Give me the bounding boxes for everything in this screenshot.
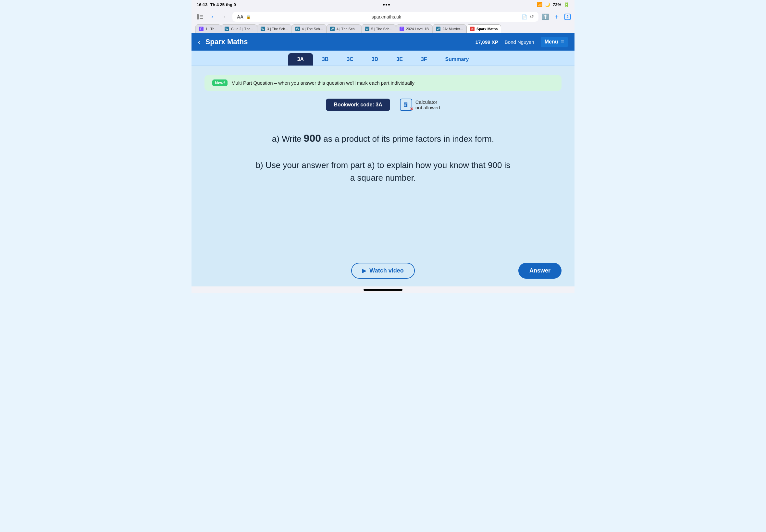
battery-level: 73%	[553, 2, 561, 7]
url-text[interactable]: sparxmaths.uk	[253, 14, 519, 19]
tab-favicon-sparx: ✕	[470, 27, 475, 31]
main-content: New! Multi Part Question – when you answ…	[191, 66, 575, 286]
user-name: Bond Nguyen	[505, 39, 534, 45]
browser-toolbar: ‹ › AA 🔒 sparxmaths.uk 📄 ↺ ⬆️ ＋ 2	[195, 12, 571, 24]
tab-label-8: 2A: Murder...	[443, 27, 463, 31]
tab-label-4: 4 | The Sch...	[302, 27, 323, 31]
status-bar: 16:13 Th 4 25 thg 9 📶 🌙 73% 🔋	[191, 0, 575, 9]
tab-label-7: 2024 Level 1B	[406, 27, 429, 31]
home-bar	[363, 289, 403, 291]
lock-icon: 🔒	[246, 15, 251, 19]
aa-text[interactable]: AA	[237, 14, 243, 19]
question-part-b: b) Use your answer from part a) to expla…	[253, 159, 513, 184]
tab-favicon-4: W	[295, 27, 300, 31]
tab-3d[interactable]: 3D	[362, 53, 387, 66]
calculator-x-icon: ✕	[410, 106, 414, 112]
svg-rect-3	[200, 18, 203, 19]
tab-3c[interactable]: 3C	[337, 53, 362, 66]
question-part-a: a) Write 900 as a product of its prime f…	[253, 130, 513, 146]
new-tab-icon[interactable]: ＋	[553, 12, 560, 21]
tab-3f-label: 3F	[421, 56, 427, 62]
multi-part-notice: New! Multi Part Question – when you answ…	[204, 75, 562, 91]
notice-text: Multi Part Question – when you answer th…	[231, 80, 415, 86]
tab-3a[interactable]: 3A	[288, 53, 313, 66]
calc-symbol: 🖩	[403, 102, 409, 108]
new-badge: New!	[212, 79, 227, 86]
menu-label: Menu	[545, 39, 558, 45]
address-bar[interactable]: AA 🔒 sparxmaths.uk 📄 ↺	[232, 12, 539, 22]
menu-button[interactable]: Menu ≡	[541, 37, 568, 47]
browser-back-button[interactable]: ‹	[208, 12, 217, 21]
play-icon: ▶	[362, 268, 366, 274]
tab-label-2: Clue 2 | The...	[231, 27, 253, 31]
browser-tab-1[interactable]: E 1 | Th...	[195, 24, 221, 33]
svg-rect-0	[197, 14, 199, 19]
toolbar-actions: ⬆️ ＋ 2	[542, 12, 571, 21]
reader-icon[interactable]: 📄	[522, 14, 527, 19]
calculator-line1: Calculator	[416, 99, 440, 105]
browser-tab-2[interactable]: W Clue 2 | The...	[221, 24, 257, 33]
home-indicator	[191, 286, 575, 293]
tab-label-5: 4 | The Sch...	[336, 27, 358, 31]
number-900-b: 900	[488, 160, 502, 170]
tab-label-3: 3 | The Sch...	[267, 27, 288, 31]
info-row: Bookwork code: 3A 🖩 ✕ Calculator not all…	[204, 99, 562, 111]
tab-3a-label: 3A	[297, 56, 304, 62]
share-icon[interactable]: ⬆️	[542, 13, 549, 20]
tab-label-1: 1 | Th...	[205, 27, 217, 31]
number-900-a: 900	[304, 132, 321, 144]
status-center-dots	[383, 4, 390, 6]
question-container: a) Write 900 as a product of its prime f…	[204, 130, 562, 184]
tabs-icon[interactable]: 2	[565, 14, 571, 20]
browser-tabs: E 1 | Th... W Clue 2 | The... W 3 | The …	[195, 24, 571, 33]
answer-button[interactable]: Answer	[518, 263, 562, 279]
tab-3c-label: 3C	[346, 56, 353, 62]
status-time: 16:13	[197, 2, 207, 7]
browser-tab-8[interactable]: W 2A: Murder...	[432, 24, 467, 33]
svg-rect-2	[200, 17, 203, 17]
tab-3e-label: 3E	[396, 56, 403, 62]
app-back-button[interactable]: ‹	[198, 38, 200, 46]
watch-video-label: Watch video	[369, 267, 404, 274]
calculator-line2: not allowed	[416, 105, 440, 110]
wifi-icon: 📶	[537, 2, 542, 7]
sidebar-toggle-button[interactable]	[195, 12, 204, 21]
status-right: 📶 🌙 73% 🔋	[537, 2, 569, 7]
hamburger-icon: ≡	[561, 39, 564, 45]
browser-tab-7[interactable]: E 2024 Level 1B	[396, 24, 432, 33]
tab-favicon-6: W	[365, 27, 369, 31]
xp-display: 17,099 XP	[476, 39, 498, 45]
calculator-info: 🖩 ✕ Calculator not allowed	[400, 99, 440, 111]
tab-3b-label: 3B	[322, 56, 328, 62]
tab-3d-label: 3D	[371, 56, 378, 62]
section-tab-nav: 3A 3B 3C 3D 3E 3F Summary	[191, 51, 575, 66]
browser-tab-3[interactable]: W 3 | The Sch...	[257, 24, 292, 33]
browser-tab-5[interactable]: W 4 | The Sch...	[326, 24, 361, 33]
tab-favicon-8: W	[436, 27, 441, 31]
browser-tab-sparxmaths[interactable]: ✕ Sparx Maths	[467, 24, 501, 33]
bottom-actions: ▶ Watch video Answer	[191, 263, 575, 279]
tab-summary-label: Summary	[445, 56, 469, 62]
tab-favicon-2: W	[225, 27, 229, 31]
moon-icon: 🌙	[545, 2, 550, 7]
header-right: 17,099 XP Bond Nguyen Menu ≡	[476, 37, 568, 47]
tab-favicon-7: E	[400, 27, 404, 31]
answer-label: Answer	[529, 267, 551, 274]
tab-favicon-5: W	[330, 27, 334, 31]
browser-tab-4[interactable]: W 4 | The Sch...	[292, 24, 326, 33]
svg-rect-1	[200, 15, 203, 16]
tab-3f[interactable]: 3F	[412, 53, 436, 66]
browser-chrome: ‹ › AA 🔒 sparxmaths.uk 📄 ↺ ⬆️ ＋ 2 E 1 | …	[191, 9, 575, 33]
tab-3e[interactable]: 3E	[387, 53, 412, 66]
battery-icon: 🔋	[564, 2, 569, 7]
bookwork-code: Bookwork code: 3A	[326, 99, 390, 111]
tab-summary[interactable]: Summary	[436, 53, 478, 66]
reload-button[interactable]: ↺	[530, 14, 534, 20]
tab-favicon-1: E	[199, 27, 203, 31]
status-day-date: Th 4 25 thg 9	[210, 2, 236, 7]
watch-video-button[interactable]: ▶ Watch video	[351, 263, 415, 279]
browser-tab-6[interactable]: W 5 | The Sch...	[361, 24, 396, 33]
calculator-text: Calculator not allowed	[416, 99, 440, 110]
browser-forward-button[interactable]: ›	[220, 12, 229, 21]
tab-3b[interactable]: 3B	[313, 53, 337, 66]
